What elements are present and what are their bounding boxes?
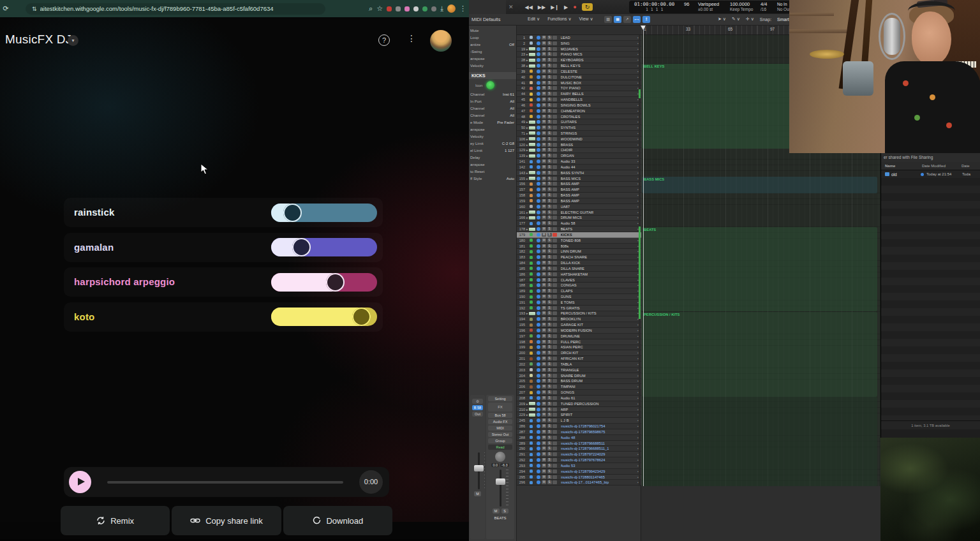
solo-button[interactable]: S bbox=[547, 323, 552, 327]
disclosure-icon[interactable]: ▸ bbox=[526, 413, 528, 417]
track-row[interactable]: 41MSMUSIC BOX• bbox=[517, 80, 641, 86]
mute-button[interactable]: M bbox=[542, 41, 546, 45]
track-row[interactable]: 296MSmusicfx-dj-17...01147465_bip• bbox=[517, 480, 641, 485]
slider-knob[interactable] bbox=[283, 204, 302, 222]
record-enable-button[interactable] bbox=[553, 115, 557, 119]
input-monitor-button[interactable] bbox=[537, 47, 540, 51]
solo-button[interactable]: S bbox=[547, 115, 552, 119]
record-enable-button[interactable] bbox=[553, 357, 557, 360]
mute-button[interactable]: M bbox=[542, 205, 546, 209]
disclosure-icon[interactable]: ▸ bbox=[526, 211, 528, 214]
mute-button[interactable]: M bbox=[542, 188, 546, 191]
track-row[interactable]: 157MSBASS AMP• bbox=[517, 187, 641, 193]
solo-button[interactable]: S bbox=[547, 244, 552, 248]
mute-button[interactable]: M bbox=[542, 430, 546, 434]
solo-button[interactable]: S bbox=[547, 126, 552, 130]
track-row[interactable]: 287MSmusicfx-dj-1728796598675• bbox=[517, 429, 641, 435]
track-row[interactable]: 196MSMODERN FUSION• bbox=[517, 328, 641, 334]
record-enable-button[interactable] bbox=[553, 267, 557, 270]
mute-button[interactable]: M bbox=[542, 120, 546, 124]
strip-output-slot[interactable]: Stereo Out bbox=[488, 432, 512, 437]
record-enable-button[interactable] bbox=[553, 295, 557, 299]
disclosure-icon[interactable]: ▸ bbox=[526, 408, 528, 411]
record-enable-button[interactable] bbox=[553, 86, 557, 90]
mute-button[interactable]: M bbox=[542, 475, 546, 479]
record-enable-button[interactable] bbox=[553, 109, 557, 113]
input-monitor-button[interactable] bbox=[537, 221, 540, 225]
input-monitor-button[interactable] bbox=[537, 447, 540, 450]
input-monitor-button[interactable] bbox=[537, 458, 540, 462]
record-enable-button[interactable] bbox=[553, 464, 557, 468]
disclosure-icon[interactable]: ▸ bbox=[526, 52, 528, 56]
input-monitor-button[interactable] bbox=[537, 329, 540, 332]
track-row[interactable]: 71▸MSSTRINGS• bbox=[517, 131, 641, 137]
track-row[interactable]: 183MSPEACH SNARE• bbox=[517, 255, 641, 260]
input-monitor-button[interactable] bbox=[537, 390, 540, 394]
track-row[interactable]: 184MSDILLA KICK• bbox=[517, 260, 641, 266]
input-monitor-button[interactable] bbox=[537, 464, 540, 468]
solo-button[interactable]: S bbox=[547, 261, 552, 265]
input-monitor-button[interactable] bbox=[537, 317, 540, 321]
solo-button[interactable]: S bbox=[547, 458, 552, 462]
track-row[interactable]: 295MSmusicfx-dj-1728801147465• bbox=[517, 475, 641, 480]
input-monitor-button[interactable] bbox=[537, 267, 540, 270]
input-monitor-button[interactable] bbox=[537, 98, 540, 101]
record-enable-button[interactable] bbox=[553, 311, 557, 315]
solo-button[interactable]: S bbox=[547, 424, 552, 428]
input-monitor-button[interactable] bbox=[537, 345, 540, 349]
solo-button[interactable]: S bbox=[547, 249, 552, 253]
input-monitor-button[interactable] bbox=[537, 52, 540, 56]
record-enable-button[interactable] bbox=[553, 334, 557, 338]
mute-button[interactable]: M bbox=[542, 419, 546, 422]
track-row[interactable]: 200MSORCH KIT• bbox=[517, 350, 641, 356]
record-enable-button[interactable] bbox=[553, 244, 557, 248]
mute-button[interactable]: M bbox=[542, 362, 546, 366]
disclosure-icon[interactable]: ▸ bbox=[526, 177, 528, 181]
track-param[interactable]: Delay bbox=[469, 154, 516, 161]
track-row[interactable]: 49▸MSGUITARS• bbox=[517, 119, 641, 125]
download-button[interactable]: Download bbox=[283, 506, 392, 535]
mute-button[interactable]: M bbox=[542, 323, 546, 327]
solo-button[interactable]: S bbox=[547, 221, 552, 225]
input-monitor-button[interactable] bbox=[537, 171, 540, 175]
record-enable-button[interactable] bbox=[553, 278, 557, 282]
mute-button[interactable]: M bbox=[542, 255, 546, 259]
track-param[interactable]: ChannelInst 61 bbox=[469, 91, 516, 98]
track-row[interactable]: 155▸MSBASS MICS• bbox=[517, 176, 641, 182]
mute-button[interactable]: M bbox=[542, 267, 546, 270]
track-row[interactable]: 193▸MSPERCUSSION / KITS• bbox=[517, 311, 641, 317]
strip-send-slot[interactable]: Bus 58 bbox=[488, 413, 512, 418]
record-enable-button[interactable] bbox=[553, 41, 557, 45]
record-button[interactable]: ● bbox=[573, 4, 576, 10]
mute-button[interactable]: M bbox=[542, 289, 546, 293]
mute-button[interactable]: M bbox=[542, 143, 546, 147]
disclosure-icon[interactable]: ▸ bbox=[526, 148, 528, 152]
menu-functions[interactable]: Functions ∨ bbox=[547, 17, 571, 22]
pencil-tool[interactable]: ✎ ∨ bbox=[732, 17, 740, 22]
mute-button[interactable]: M bbox=[542, 98, 546, 101]
input-monitor-button[interactable] bbox=[537, 362, 540, 366]
solo-button[interactable]: S bbox=[547, 233, 552, 237]
region-param[interactable]: Mute bbox=[469, 27, 516, 34]
input-monitor-button[interactable] bbox=[537, 41, 540, 45]
record-enable-button[interactable] bbox=[553, 480, 557, 484]
record-enable-button[interactable] bbox=[553, 374, 557, 378]
track-row[interactable]: 191MSE TOMS• bbox=[517, 300, 641, 306]
input-monitor-button[interactable] bbox=[537, 70, 540, 73]
solo-button[interactable]: S bbox=[547, 188, 552, 191]
solo-button[interactable]: S bbox=[547, 148, 552, 152]
record-enable-button[interactable] bbox=[553, 52, 557, 56]
record-enable-button[interactable] bbox=[553, 81, 557, 85]
solo-button[interactable]: S bbox=[547, 81, 552, 85]
mute-button[interactable]: M bbox=[542, 340, 546, 344]
strip-midi-slot[interactable]: MIDI bbox=[488, 426, 512, 431]
track-row[interactable]: 206MSTIMPANI• bbox=[517, 384, 641, 390]
input-monitor-button[interactable] bbox=[537, 165, 540, 169]
toolbar-button-active[interactable]: ↥ bbox=[642, 16, 650, 23]
track-row[interactable]: 161▸MSELECTRIC GUITAR• bbox=[517, 210, 641, 216]
url-text[interactable]: aitestkitchen.withgoogle.com/tools/music… bbox=[40, 5, 274, 12]
record-enable-button[interactable] bbox=[553, 317, 557, 321]
cycle-button[interactable]: ↻ bbox=[582, 3, 593, 11]
track-icon[interactable] bbox=[486, 81, 494, 89]
mute-button[interactable]: M bbox=[542, 306, 546, 310]
